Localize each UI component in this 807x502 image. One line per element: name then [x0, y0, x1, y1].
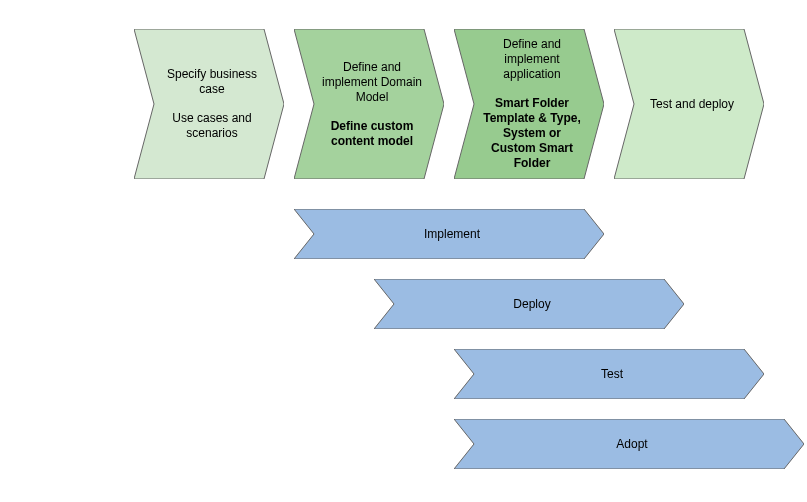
step-title: Specify business case: [160, 67, 264, 97]
step-test: Test and deploy: [614, 29, 764, 179]
step-title: Define and implement application: [480, 37, 584, 82]
step-subtitle: Define custom content model: [320, 119, 424, 149]
bar-deploy: Deploy: [374, 279, 684, 329]
step-specify: Specify business case Use cases and scen…: [134, 29, 284, 179]
bar-label: Implement: [424, 227, 480, 242]
step-domain: Define and implement Domain Model Define…: [294, 29, 444, 179]
bar-label: Adopt: [616, 437, 647, 452]
bar-label: Test: [601, 367, 623, 382]
step-title: Test and deploy: [650, 97, 734, 112]
bar-test: Test: [454, 349, 764, 399]
step-subtitle: Smart Folder Template & Type, System or …: [480, 96, 584, 171]
bar-implement: Implement: [294, 209, 604, 259]
bar-label: Deploy: [513, 297, 550, 312]
step-title: Define and implement Domain Model: [320, 60, 424, 105]
step-app: Define and implement application Smart F…: [454, 29, 604, 179]
step-subtitle: Use cases and scenarios: [160, 111, 264, 141]
bar-adopt: Adopt: [454, 419, 804, 469]
